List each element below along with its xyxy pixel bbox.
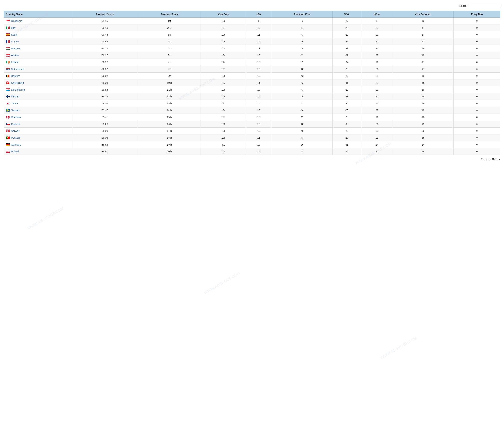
table-row: 🇯🇵 Japan 89.5513th1431003618190 [4, 100, 501, 107]
passport-free: 44 [272, 25, 333, 31]
evisa: 20 [361, 128, 393, 134]
passport-free: 0 [272, 18, 333, 25]
eta: 10 [246, 107, 272, 114]
visa-free: 100 [201, 148, 246, 155]
flag-icon: 🇮🇪 [6, 61, 10, 64]
country-link[interactable]: Sweden [11, 109, 20, 112]
visa-free: 104 [201, 38, 246, 45]
table-row: 🇩🇪 Germany 88.6319th9110563114240 [4, 141, 501, 148]
country-link[interactable]: Singapore [11, 19, 22, 22]
country-cell: 🇭🇺 Hungary [4, 45, 72, 52]
passport-free: 43 [272, 31, 333, 38]
voa: 31 [333, 45, 361, 52]
entry-ban: 0 [453, 73, 500, 79]
country-link[interactable]: Switzerland [11, 81, 24, 84]
passport-table: Country Name Passport Score Passport Ran… [3, 11, 501, 155]
flag-icon: 🇸🇬 [6, 19, 10, 23]
voa: 28 [333, 107, 361, 114]
voa: 29 [333, 86, 361, 93]
evisa: 20 [361, 52, 393, 59]
eta: 10 [246, 25, 272, 31]
visa-free: 107 [201, 66, 246, 73]
table-row: 🇳🇱 Netherlands 90.078th10710432821170 [4, 66, 501, 73]
flag-icon: 🇯🇵 [6, 102, 10, 105]
col-evisa: eVisa [361, 11, 393, 18]
country-link[interactable]: Ireland [11, 61, 19, 64]
entry-ban: 0 [453, 38, 500, 45]
passport-score: 91.15 [72, 18, 138, 25]
entry-ban: 0 [453, 134, 500, 141]
next-button[interactable]: Next ► [492, 158, 501, 161]
country-link[interactable]: Finland [11, 95, 19, 98]
country-link[interactable]: Portugal [11, 136, 20, 139]
passport-rank: 6th [138, 52, 201, 59]
passport-rank: 7th [138, 59, 201, 66]
visa-required: 19 [393, 18, 453, 25]
country-link[interactable]: Belgium [11, 74, 20, 77]
visa-required: 19 [393, 148, 453, 155]
country-cell: 🇨🇭 Switzerland [4, 79, 72, 86]
table-row: 🇮🇹 Italy 90.492nd10710442820170 [4, 25, 501, 31]
flag-icon: 🇦🇹 [6, 54, 10, 57]
visa-free: 105 [201, 86, 246, 93]
visa-free: 159 [201, 18, 246, 25]
country-link[interactable]: Luxembourg [11, 88, 25, 91]
table-row: 🇨🇭 Switzerland 89.9310th10311433120180 [4, 79, 501, 86]
flag-icon: 🇩🇰 [6, 116, 10, 119]
country-link[interactable]: Hungary [11, 47, 20, 50]
passport-score: 90.45 [72, 38, 138, 45]
eta: 10 [246, 114, 272, 121]
evisa: 18 [361, 100, 393, 107]
previous-button[interactable]: Previous [481, 158, 490, 161]
passport-score: 89.93 [72, 79, 138, 86]
country-link[interactable]: Austria [11, 54, 19, 57]
country-link[interactable]: Italy [11, 27, 16, 29]
country-link[interactable]: Netherlands [11, 68, 25, 71]
table-header: Country Name Passport Score Passport Ran… [4, 11, 501, 18]
search-input[interactable] [469, 3, 501, 8]
passport-score: 89.23 [72, 121, 138, 128]
country-cell: 🇸🇪 Sweden [4, 107, 72, 114]
passport-free: 45 [272, 93, 333, 100]
passport-free: 43 [272, 79, 333, 86]
voa: 32 [333, 59, 361, 66]
eta: 10 [246, 141, 272, 148]
evisa: 21 [361, 73, 393, 79]
eta: 12 [246, 38, 272, 45]
country-link[interactable]: Denmark [11, 116, 21, 119]
passport-rank: 12th [138, 93, 201, 100]
passport-rank: 19th [138, 141, 201, 148]
country-link[interactable]: Poland [11, 150, 19, 153]
evisa: 12 [361, 18, 393, 25]
visa-required: 17 [393, 66, 453, 73]
entry-ban: 0 [453, 52, 500, 59]
visa-free: 104 [201, 52, 246, 59]
country-link[interactable]: Norway [11, 129, 19, 132]
passport-rank: 20th [138, 148, 201, 155]
evisa: 22 [361, 134, 393, 141]
passport-rank: 5th [138, 45, 201, 52]
country-link[interactable]: Germany [11, 143, 21, 146]
visa-required: 19 [393, 86, 453, 93]
country-link[interactable]: Spain [11, 33, 18, 36]
country-link[interactable]: Czechia [11, 123, 20, 125]
passport-score: 90.49 [72, 25, 138, 31]
eta: 10 [246, 66, 272, 73]
country-cell: 🇫🇷 France [4, 38, 72, 45]
country-link[interactable]: France [11, 40, 19, 43]
search-bar: Search: [3, 3, 501, 8]
country-link[interactable]: Japan [11, 102, 18, 105]
voa: 30 [333, 148, 361, 155]
passport-rank: 3rd [138, 31, 201, 38]
eta: 10 [246, 128, 272, 134]
table-row: 🇳🇴 Norway 89.2017th10510422920200 [4, 128, 501, 134]
country-cell: 🇧🇪 Belgium [4, 73, 72, 79]
passport-rank: 16th [138, 121, 201, 128]
flag-icon: 🇸🇪 [6, 109, 10, 112]
passport-rank: 1st [138, 18, 201, 25]
visa-free: 106 [201, 31, 246, 38]
entry-ban: 0 [453, 18, 500, 25]
table-row: 🇸🇪 Sweden 89.4714th10410462820180 [4, 107, 501, 114]
passport-score: 89.55 [72, 100, 138, 107]
country-cell: 🇮🇹 Italy [4, 25, 72, 31]
